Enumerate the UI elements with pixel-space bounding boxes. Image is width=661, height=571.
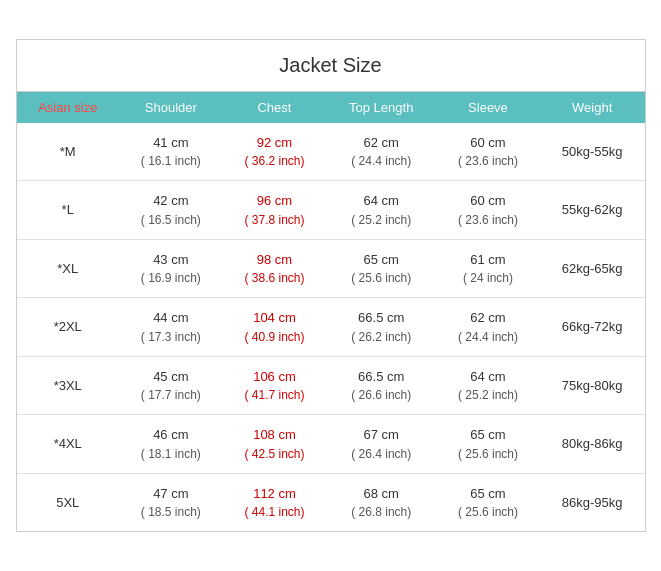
cell-top-length: 64 cm ( 25.2 inch)	[326, 181, 436, 240]
cell-sleeve: 61 cm ( 24 inch)	[436, 239, 540, 298]
cell-top-length: 68 cm ( 26.8 inch)	[326, 473, 436, 531]
cell-sleeve: 60 cm ( 23.6 inch)	[436, 123, 540, 181]
cell-weight: 66kg-72kg	[540, 298, 645, 357]
table-header-row: Asian size Shoulder Chest Top Length Sle…	[17, 92, 645, 123]
cell-shoulder: 45 cm ( 17.7 inch)	[119, 356, 223, 415]
cell-shoulder: 47 cm ( 18.5 inch)	[119, 473, 223, 531]
table-row: *3XL 45 cm ( 17.7 inch) 106 cm ( 41.7 in…	[17, 356, 645, 415]
table-row: *L 42 cm ( 16.5 inch) 96 cm ( 37.8 inch)…	[17, 181, 645, 240]
cell-top-length: 65 cm ( 25.6 inch)	[326, 239, 436, 298]
table-row: *M 41 cm ( 16.1 inch) 92 cm ( 36.2 inch)…	[17, 123, 645, 181]
cell-sleeve: 65 cm ( 25.6 inch)	[436, 473, 540, 531]
cell-size: *4XL	[17, 415, 120, 474]
cell-sleeve: 65 cm ( 25.6 inch)	[436, 415, 540, 474]
cell-size: *XL	[17, 239, 120, 298]
table-row: *4XL 46 cm ( 18.1 inch) 108 cm ( 42.5 in…	[17, 415, 645, 474]
cell-sleeve: 64 cm ( 25.2 inch)	[436, 356, 540, 415]
cell-weight: 50kg-55kg	[540, 123, 645, 181]
cell-top-length: 66.5 cm ( 26.2 inch)	[326, 298, 436, 357]
cell-size: 5XL	[17, 473, 120, 531]
cell-sleeve: 62 cm ( 24.4 inch)	[436, 298, 540, 357]
header-shoulder: Shoulder	[119, 92, 223, 123]
header-top-length: Top Length	[326, 92, 436, 123]
table-row: *2XL 44 cm ( 17.3 inch) 104 cm ( 40.9 in…	[17, 298, 645, 357]
cell-top-length: 67 cm ( 26.4 inch)	[326, 415, 436, 474]
cell-weight: 55kg-62kg	[540, 181, 645, 240]
jacket-size-table: Jacket Size Asian size Shoulder Chest To…	[16, 39, 646, 533]
cell-size: *2XL	[17, 298, 120, 357]
cell-chest: 108 cm ( 42.5 inch)	[223, 415, 327, 474]
cell-size: *L	[17, 181, 120, 240]
cell-shoulder: 42 cm ( 16.5 inch)	[119, 181, 223, 240]
cell-weight: 80kg-86kg	[540, 415, 645, 474]
cell-size: *M	[17, 123, 120, 181]
cell-weight: 75kg-80kg	[540, 356, 645, 415]
cell-chest: 106 cm ( 41.7 inch)	[223, 356, 327, 415]
header-asian-size: Asian size	[17, 92, 120, 123]
cell-chest: 104 cm ( 40.9 inch)	[223, 298, 327, 357]
cell-weight: 62kg-65kg	[540, 239, 645, 298]
cell-shoulder: 41 cm ( 16.1 inch)	[119, 123, 223, 181]
cell-chest: 96 cm ( 37.8 inch)	[223, 181, 327, 240]
cell-shoulder: 44 cm ( 17.3 inch)	[119, 298, 223, 357]
header-weight: Weight	[540, 92, 645, 123]
cell-chest: 92 cm ( 36.2 inch)	[223, 123, 327, 181]
cell-shoulder: 43 cm ( 16.9 inch)	[119, 239, 223, 298]
table-row: *XL 43 cm ( 16.9 inch) 98 cm ( 38.6 inch…	[17, 239, 645, 298]
cell-weight: 86kg-95kg	[540, 473, 645, 531]
table-title: Jacket Size	[17, 40, 645, 92]
header-sleeve: Sleeve	[436, 92, 540, 123]
cell-size: *3XL	[17, 356, 120, 415]
cell-sleeve: 60 cm ( 23.6 inch)	[436, 181, 540, 240]
table-row: 5XL 47 cm ( 18.5 inch) 112 cm ( 44.1 inc…	[17, 473, 645, 531]
cell-chest: 98 cm ( 38.6 inch)	[223, 239, 327, 298]
cell-shoulder: 46 cm ( 18.1 inch)	[119, 415, 223, 474]
cell-chest: 112 cm ( 44.1 inch)	[223, 473, 327, 531]
cell-top-length: 62 cm ( 24.4 inch)	[326, 123, 436, 181]
cell-top-length: 66.5 cm ( 26.6 inch)	[326, 356, 436, 415]
header-chest: Chest	[223, 92, 327, 123]
